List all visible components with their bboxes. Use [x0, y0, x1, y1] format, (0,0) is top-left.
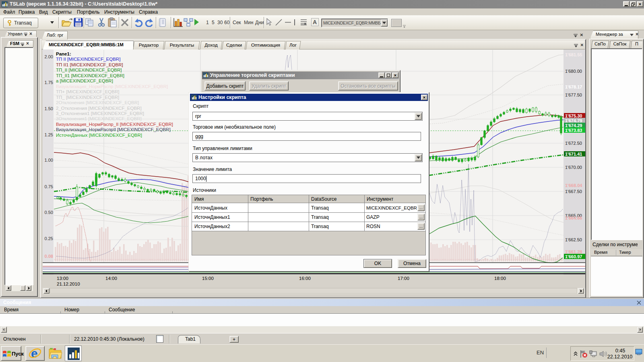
svg-text:1.75: 1.75	[45, 80, 53, 85]
svg-text:0.75: 0.75	[45, 184, 53, 189]
svg-text:1'670.00: 1'670.00	[565, 165, 582, 170]
svg-text:1'677.50: 1'677.50	[565, 93, 582, 97]
svg-text:1'681.55: 1'681.55	[565, 52, 582, 57]
svg-text:1'667.50: 1'667.50	[565, 189, 582, 194]
svg-text:1'673.83: 1'673.83	[565, 128, 582, 133]
svg-text:2.00: 2.00	[45, 54, 53, 59]
svg-text:1'678.17: 1'678.17	[565, 84, 582, 89]
svg-text:1'661.28: 1'661.28	[565, 249, 582, 254]
svg-text:0.50: 0.50	[45, 210, 53, 215]
svg-text:1'668.04: 1'668.04	[565, 183, 582, 188]
svg-text:1'675.30: 1'675.30	[565, 113, 582, 118]
svg-text:1'660.97: 1'660.97	[565, 254, 582, 259]
svg-text:1'662.50: 1'662.50	[565, 237, 582, 242]
svg-text:1'664.66: 1'664.66	[565, 216, 582, 220]
svg-text:1'674.29: 1'674.29	[565, 123, 582, 128]
svg-text:1.50: 1.50	[45, 106, 53, 111]
svg-text:1'671.41: 1'671.41	[565, 152, 582, 156]
svg-text:0.25: 0.25	[45, 236, 53, 241]
svg-text:1'672.50: 1'672.50	[565, 141, 582, 146]
svg-text:1'680.00: 1'680.00	[565, 69, 582, 74]
svg-text:1.00: 1.00	[45, 158, 53, 162]
svg-text:1.25: 1.25	[45, 132, 53, 137]
svg-text:0.08: 0.08	[45, 254, 53, 259]
svg-text:1'674.79: 1'674.79	[565, 118, 582, 123]
